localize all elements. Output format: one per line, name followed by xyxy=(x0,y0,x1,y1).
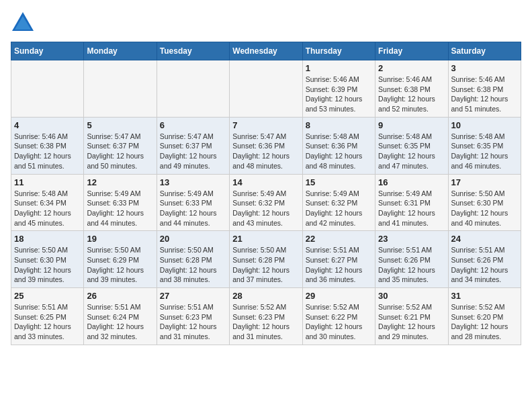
day-info: Sunrise: 5:49 AMSunset: 6:32 PMDaylight:… xyxy=(232,189,299,228)
day-info: Sunrise: 5:51 AMSunset: 6:24 PMDaylight:… xyxy=(87,302,153,342)
day-info: Sunrise: 5:51 AMSunset: 6:26 PMDaylight:… xyxy=(451,245,518,285)
calendar-cell xyxy=(11,60,84,118)
day-of-week-header: Friday xyxy=(375,42,448,60)
day-info: Sunrise: 5:49 AMSunset: 6:32 PMDaylight:… xyxy=(306,189,372,228)
day-number: 12 xyxy=(87,177,153,187)
calendar-cell: 16Sunrise: 5:49 AMSunset: 6:31 PMDayligh… xyxy=(375,174,448,231)
calendar-cell: 14Sunrise: 5:49 AMSunset: 6:32 PMDayligh… xyxy=(230,174,302,231)
day-of-week-header: Sunday xyxy=(11,42,84,60)
calendar-cell: 15Sunrise: 5:49 AMSunset: 6:32 PMDayligh… xyxy=(302,174,375,231)
calendar-cell: 28Sunrise: 5:52 AMSunset: 6:23 PMDayligh… xyxy=(230,288,302,345)
day-number: 22 xyxy=(306,234,372,244)
day-number: 15 xyxy=(306,177,372,187)
day-info: Sunrise: 5:51 AMSunset: 6:23 PMDaylight:… xyxy=(160,302,226,342)
day-number: 19 xyxy=(87,234,153,244)
calendar-cell: 1Sunrise: 5:46 AMSunset: 6:39 PMDaylight… xyxy=(302,60,375,118)
day-number: 3 xyxy=(451,63,518,73)
day-info: Sunrise: 5:47 AMSunset: 6:37 PMDaylight:… xyxy=(160,132,226,171)
day-info: Sunrise: 5:52 AMSunset: 6:23 PMDaylight:… xyxy=(232,302,299,342)
day-number: 31 xyxy=(451,291,518,301)
calendar-cell: 10Sunrise: 5:48 AMSunset: 6:35 PMDayligh… xyxy=(448,117,521,174)
day-number: 18 xyxy=(14,234,81,244)
day-number: 25 xyxy=(14,291,81,301)
day-info: Sunrise: 5:50 AMSunset: 6:30 PMDaylight:… xyxy=(14,245,81,285)
day-number: 27 xyxy=(160,291,226,301)
calendar-cell: 27Sunrise: 5:51 AMSunset: 6:23 PMDayligh… xyxy=(157,288,229,345)
calendar-cell: 4Sunrise: 5:46 AMSunset: 6:38 PMDaylight… xyxy=(11,117,84,174)
day-number: 17 xyxy=(451,177,518,187)
calendar-cell: 8Sunrise: 5:48 AMSunset: 6:36 PMDaylight… xyxy=(302,117,375,174)
calendar-cell: 2Sunrise: 5:46 AMSunset: 6:38 PMDaylight… xyxy=(375,60,448,118)
day-info: Sunrise: 5:46 AMSunset: 6:38 PMDaylight:… xyxy=(378,75,445,114)
day-number: 4 xyxy=(14,120,81,130)
calendar-cell: 30Sunrise: 5:52 AMSunset: 6:21 PMDayligh… xyxy=(375,288,448,345)
calendar-cell: 5Sunrise: 5:47 AMSunset: 6:37 PMDaylight… xyxy=(84,117,157,174)
day-info: Sunrise: 5:46 AMSunset: 6:38 PMDaylight:… xyxy=(14,132,81,171)
day-info: Sunrise: 5:50 AMSunset: 6:28 PMDaylight:… xyxy=(160,245,226,285)
calendar-week-row: 11Sunrise: 5:48 AMSunset: 6:34 PMDayligh… xyxy=(11,174,521,231)
calendar-cell: 3Sunrise: 5:46 AMSunset: 6:38 PMDaylight… xyxy=(448,60,521,118)
calendar-cell: 29Sunrise: 5:52 AMSunset: 6:22 PMDayligh… xyxy=(302,288,375,345)
calendar-week-row: 25Sunrise: 5:51 AMSunset: 6:25 PMDayligh… xyxy=(11,288,521,345)
day-number: 8 xyxy=(306,120,372,130)
calendar-cell: 13Sunrise: 5:49 AMSunset: 6:33 PMDayligh… xyxy=(157,174,229,231)
day-info: Sunrise: 5:50 AMSunset: 6:30 PMDaylight:… xyxy=(451,189,518,228)
day-of-week-header: Monday xyxy=(84,42,157,60)
day-number: 23 xyxy=(378,234,445,244)
day-info: Sunrise: 5:48 AMSunset: 6:35 PMDaylight:… xyxy=(378,132,445,171)
day-info: Sunrise: 5:51 AMSunset: 6:26 PMDaylight:… xyxy=(378,245,445,285)
calendar-cell: 11Sunrise: 5:48 AMSunset: 6:34 PMDayligh… xyxy=(11,174,84,231)
day-number: 30 xyxy=(378,291,445,301)
day-info: Sunrise: 5:46 AMSunset: 6:39 PMDaylight:… xyxy=(306,75,372,114)
day-of-week-header: Saturday xyxy=(448,42,521,60)
calendar-cell: 26Sunrise: 5:51 AMSunset: 6:24 PMDayligh… xyxy=(84,288,157,345)
calendar-cell: 23Sunrise: 5:51 AMSunset: 6:26 PMDayligh… xyxy=(375,231,448,288)
day-info: Sunrise: 5:52 AMSunset: 6:22 PMDaylight:… xyxy=(306,302,372,342)
calendar-cell xyxy=(84,60,157,118)
calendar-week-row: 18Sunrise: 5:50 AMSunset: 6:30 PMDayligh… xyxy=(11,231,521,288)
day-number: 16 xyxy=(378,177,445,187)
day-info: Sunrise: 5:47 AMSunset: 6:37 PMDaylight:… xyxy=(87,132,153,171)
day-of-week-header: Wednesday xyxy=(230,42,302,60)
day-number: 1 xyxy=(306,63,372,73)
day-number: 2 xyxy=(378,63,445,73)
day-number: 14 xyxy=(232,177,299,187)
calendar-cell: 22Sunrise: 5:51 AMSunset: 6:27 PMDayligh… xyxy=(302,231,375,288)
calendar-cell: 18Sunrise: 5:50 AMSunset: 6:30 PMDayligh… xyxy=(11,231,84,288)
day-info: Sunrise: 5:52 AMSunset: 6:21 PMDaylight:… xyxy=(378,302,445,342)
day-info: Sunrise: 5:48 AMSunset: 6:34 PMDaylight:… xyxy=(14,189,81,228)
calendar-cell xyxy=(230,60,302,118)
day-number: 29 xyxy=(306,291,372,301)
calendar-week-row: 4Sunrise: 5:46 AMSunset: 6:38 PMDaylight… xyxy=(11,117,521,174)
calendar-cell: 6Sunrise: 5:47 AMSunset: 6:37 PMDaylight… xyxy=(157,117,229,174)
day-number: 11 xyxy=(14,177,81,187)
day-number: 24 xyxy=(451,234,518,244)
calendar-table: SundayMondayTuesdayWednesdayThursdayFrid… xyxy=(11,42,521,345)
calendar-cell xyxy=(157,60,229,118)
calendar-week-row: 1Sunrise: 5:46 AMSunset: 6:39 PMDaylight… xyxy=(11,60,521,118)
day-info: Sunrise: 5:50 AMSunset: 6:28 PMDaylight:… xyxy=(232,245,299,285)
calendar-cell: 9Sunrise: 5:48 AMSunset: 6:35 PMDaylight… xyxy=(375,117,448,174)
day-info: Sunrise: 5:51 AMSunset: 6:25 PMDaylight:… xyxy=(14,302,81,342)
page-header xyxy=(11,11,521,35)
day-number: 28 xyxy=(232,291,299,301)
day-info: Sunrise: 5:49 AMSunset: 6:33 PMDaylight:… xyxy=(160,189,226,228)
day-info: Sunrise: 5:46 AMSunset: 6:38 PMDaylight:… xyxy=(451,75,518,114)
day-number: 10 xyxy=(451,120,518,130)
calendar-cell: 20Sunrise: 5:50 AMSunset: 6:28 PMDayligh… xyxy=(157,231,229,288)
day-number: 5 xyxy=(87,120,153,130)
calendar-cell: 21Sunrise: 5:50 AMSunset: 6:28 PMDayligh… xyxy=(230,231,302,288)
calendar-cell: 7Sunrise: 5:47 AMSunset: 6:36 PMDaylight… xyxy=(230,117,302,174)
day-number: 21 xyxy=(232,234,299,244)
day-info: Sunrise: 5:48 AMSunset: 6:36 PMDaylight:… xyxy=(306,132,372,171)
day-of-week-header: Tuesday xyxy=(157,42,229,60)
calendar-cell: 24Sunrise: 5:51 AMSunset: 6:26 PMDayligh… xyxy=(448,231,521,288)
day-number: 13 xyxy=(160,177,226,187)
calendar-header: SundayMondayTuesdayWednesdayThursdayFrid… xyxy=(11,42,521,60)
logo xyxy=(11,11,38,35)
calendar-cell: 25Sunrise: 5:51 AMSunset: 6:25 PMDayligh… xyxy=(11,288,84,345)
day-info: Sunrise: 5:49 AMSunset: 6:31 PMDaylight:… xyxy=(378,189,445,228)
day-info: Sunrise: 5:47 AMSunset: 6:36 PMDaylight:… xyxy=(232,132,299,171)
calendar-cell: 12Sunrise: 5:49 AMSunset: 6:33 PMDayligh… xyxy=(84,174,157,231)
day-info: Sunrise: 5:49 AMSunset: 6:33 PMDaylight:… xyxy=(87,189,153,228)
